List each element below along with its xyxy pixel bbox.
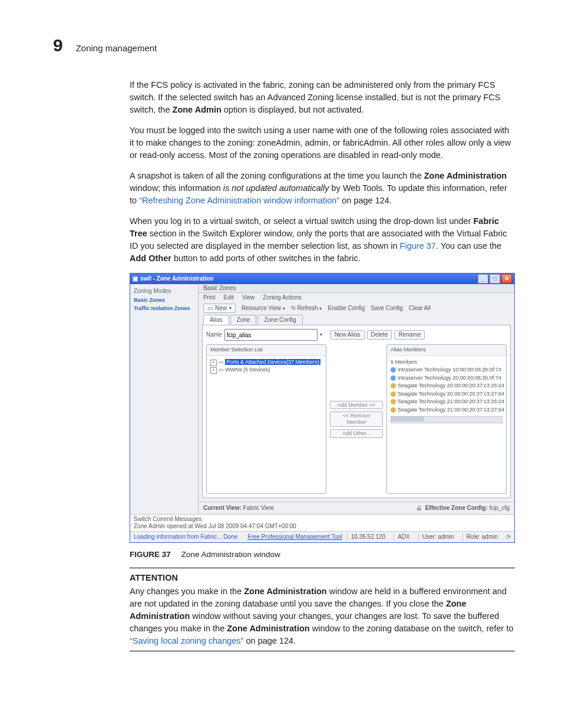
member-selection-panel: Member Selection List +▭ Ports & Attache… xyxy=(206,344,326,494)
menu-zoning-actions[interactable]: Zoning Actions xyxy=(263,294,302,301)
status-loading: Loading information from Fabric... Done xyxy=(134,533,237,541)
member-selection-title: Member Selection List xyxy=(207,345,326,356)
name-input[interactable] xyxy=(224,329,318,341)
status-role: Role: admin xyxy=(462,533,501,541)
menu-view[interactable]: View xyxy=(242,294,255,301)
current-view-label: Current View: xyxy=(203,505,242,512)
chapter-title: Zoning management xyxy=(76,43,157,53)
status-adx: ADX xyxy=(394,533,414,541)
chapter-number: 9 xyxy=(53,35,63,55)
new-dropdown[interactable]: ▭ New ▾ xyxy=(203,304,236,313)
paragraph-2: You must be logged into the switch using… xyxy=(130,124,515,162)
window-title: sw0 - Zone Administration xyxy=(140,275,214,282)
menu-print[interactable]: Print xyxy=(203,294,216,301)
refresh-icon[interactable]: ⟳ xyxy=(506,533,511,541)
alias-members-title: Alias Members xyxy=(387,345,506,356)
maximize-button[interactable]: □ xyxy=(490,274,500,284)
effective-config-label: Effective Zone Config: xyxy=(425,505,488,512)
zone-admin-window: ▣ sw0 - Zone Administration _ □ ✕ Zoning… xyxy=(130,273,515,543)
link-saving-changes[interactable]: “Saving local zoning changes” xyxy=(130,636,243,645)
list-item[interactable]: Seagate Technology 21:00:00:20:37:c3:27:… xyxy=(391,406,503,414)
breadcrumb: Basic Zones xyxy=(199,284,514,293)
save-config-button[interactable]: Save Config xyxy=(371,305,402,312)
current-view-value: Fabric View xyxy=(243,505,274,512)
status-ip: 10.35.52.120 xyxy=(347,533,389,541)
list-item[interactable]: Intraserver Technology 20:00:00:08:2b:0f… xyxy=(391,374,503,383)
rename-button[interactable]: Rename xyxy=(394,330,425,340)
link-figure37[interactable]: Figure 37 xyxy=(400,241,436,251)
attention-box: ATTENTION Any changes you make in the Zo… xyxy=(130,568,515,651)
status-user: User: admin xyxy=(418,533,458,541)
effective-config-value: fcip_cfg xyxy=(490,505,510,512)
list-item[interactable]: Seagate Technology 20:00:00:20:37:c3:25:… xyxy=(391,382,503,390)
clear-all-button[interactable]: Clear All xyxy=(409,305,431,312)
remove-member-button[interactable]: << Remove Member xyxy=(330,411,383,427)
attention-body: Any changes you make in the Zone Adminis… xyxy=(130,585,515,647)
attention-title: ATTENTION xyxy=(130,572,515,584)
name-dropdown-icon[interactable]: ▾ xyxy=(320,332,322,338)
add-member-button[interactable]: Add Member >> xyxy=(330,401,383,410)
link-refreshing[interactable]: “Refreshing Zone Administration window i… xyxy=(139,196,339,205)
print-icon[interactable]: 🖨 xyxy=(416,505,422,512)
alias-members-panel: Alias Members 6 Members Intraserver Tech… xyxy=(386,344,507,494)
tab-zone[interactable]: Zone xyxy=(230,315,257,325)
enable-config-button[interactable]: Enable Config xyxy=(328,305,365,312)
sidebar-item-basic-zones[interactable]: Basic Zones xyxy=(134,297,194,304)
sidebar: Zoning Modes Basic Zones Traffic Isolati… xyxy=(130,284,199,514)
tree-node-ports[interactable]: +▭ Ports & Attached Devices(37 Members) xyxy=(210,358,322,367)
figure-caption: FIGURE 37Zone Administration window xyxy=(130,549,515,561)
list-item[interactable]: Seagate Technology 20:00:00:20:37:c3:27:… xyxy=(391,390,503,398)
commit-messages-label: Switch Commit Messages: xyxy=(134,516,511,523)
paragraph-1: If the FCS policy is activated in the fa… xyxy=(130,79,515,116)
menu-edit[interactable]: Edit xyxy=(224,294,234,301)
tab-alias[interactable]: Alias xyxy=(203,315,229,325)
window-titlebar[interactable]: ▣ sw0 - Zone Administration _ □ ✕ xyxy=(130,274,514,284)
list-item[interactable]: Intraserver Technology 10:00:00:08:2b:0f… xyxy=(391,366,503,374)
status-tool-link[interactable]: Free Professional Management Tool xyxy=(247,533,342,541)
sidebar-header: Zoning Modes xyxy=(134,288,194,295)
add-other-button[interactable]: Add Other... xyxy=(330,429,383,438)
tab-zone-config[interactable]: Zone Config xyxy=(257,315,302,325)
list-item[interactable]: Seagate Technology 21:00:00:20:37:c3:25:… xyxy=(391,398,503,406)
delete-button[interactable]: Delete xyxy=(367,330,392,340)
horizontal-scrollbar[interactable] xyxy=(391,416,503,423)
commit-messages-text: Zone Admin opened at Wed Jul 08 2009 04:… xyxy=(134,523,511,530)
refresh-dropdown[interactable]: ↻ Refresh ▾ xyxy=(291,305,322,312)
resource-view-dropdown[interactable]: Resource View ▾ xyxy=(242,305,285,312)
new-alias-button[interactable]: New Alias xyxy=(330,330,365,340)
minimize-button[interactable]: _ xyxy=(478,274,488,284)
close-button[interactable]: ✕ xyxy=(501,274,512,284)
name-label: Name xyxy=(206,331,222,338)
sidebar-item-traffic-isolation[interactable]: Traffic Isolation Zones xyxy=(134,305,194,312)
tree-node-wwns[interactable]: +▭ WWNs (5 Devices) xyxy=(210,366,322,374)
alias-members-count: 6 Members xyxy=(391,358,503,367)
paragraph-3: A snapshot is taken of all the zoning co… xyxy=(130,170,515,207)
paragraph-4: When you log in to a virtual switch, or … xyxy=(130,215,515,265)
